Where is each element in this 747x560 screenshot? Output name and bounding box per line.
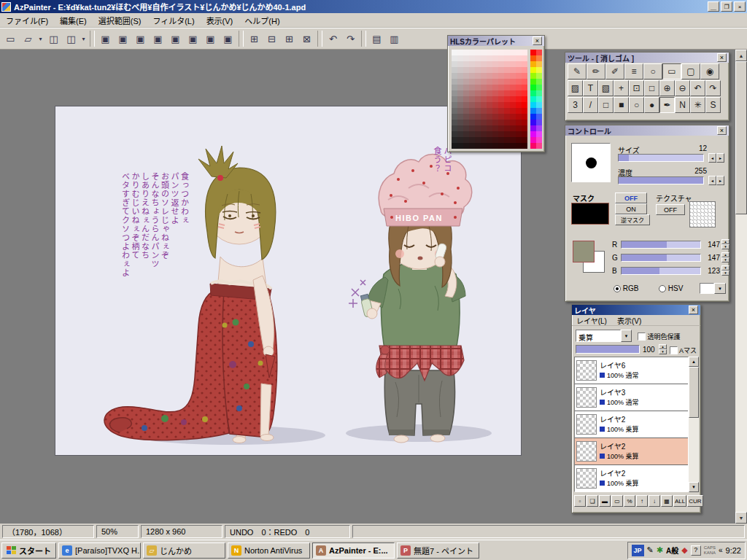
mask-off-button[interactable]: OFF bbox=[615, 192, 647, 203]
palette-cell[interactable] bbox=[492, 67, 498, 73]
airbrush-tool[interactable]: ✐ bbox=[605, 63, 624, 79]
palette-cell[interactable] bbox=[487, 50, 492, 55]
b-up-button[interactable]: ▾ bbox=[721, 265, 729, 271]
toggle-option-window-button[interactable]: ▣ bbox=[202, 31, 219, 47]
palette-cell[interactable] bbox=[492, 61, 498, 67]
palette-cell[interactable] bbox=[487, 85, 492, 90]
star-tool[interactable]: ✳ bbox=[690, 97, 705, 113]
palette-cell[interactable] bbox=[487, 125, 492, 131]
palette-cell[interactable] bbox=[469, 90, 475, 96]
hsv-radio-circle[interactable] bbox=[659, 285, 666, 292]
menu-item-5[interactable]: ヘルプ(H) bbox=[239, 12, 285, 28]
palette-cell[interactable] bbox=[516, 131, 522, 137]
layer-color-indicator[interactable] bbox=[600, 400, 605, 405]
toggle-imageviewer-window-button[interactable]: ▣ bbox=[185, 31, 201, 47]
palette-cell[interactable] bbox=[469, 61, 475, 67]
palette-cell[interactable] bbox=[510, 143, 516, 149]
text-tool[interactable]: T bbox=[583, 80, 598, 96]
palette-cell[interactable] bbox=[487, 61, 492, 67]
palette-cell[interactable] bbox=[492, 120, 498, 125]
palette-cell[interactable] bbox=[457, 55, 463, 61]
palette-cell[interactable] bbox=[481, 102, 487, 108]
new-layer-button[interactable]: ▫ bbox=[574, 495, 586, 507]
palette-cell[interactable] bbox=[481, 90, 487, 96]
hue-cell[interactable] bbox=[530, 143, 536, 149]
blend-mode-select[interactable]: 乗算 bbox=[576, 330, 621, 342]
palette-cell[interactable] bbox=[487, 55, 492, 61]
line-tool[interactable]: / bbox=[583, 97, 598, 113]
grid-half-button[interactable]: ⊟ bbox=[263, 31, 280, 47]
layer-close-button[interactable]: × bbox=[689, 306, 698, 314]
spline-tool[interactable]: S bbox=[705, 97, 721, 113]
pen-input-tray-icon[interactable]: ✎ bbox=[647, 545, 654, 555]
palette-cell[interactable] bbox=[452, 73, 457, 79]
palette-cell[interactable] bbox=[487, 90, 492, 96]
palette-cell[interactable] bbox=[452, 102, 457, 108]
hue-cell[interactable] bbox=[536, 96, 542, 102]
toggle-tool-window-button[interactable]: ▣ bbox=[97, 31, 114, 47]
opacity-slider[interactable] bbox=[576, 345, 640, 354]
hue-cell[interactable] bbox=[530, 96, 536, 102]
palette-cell[interactable] bbox=[475, 85, 481, 90]
palette-cell[interactable] bbox=[522, 120, 527, 125]
palette-cell[interactable] bbox=[510, 114, 516, 120]
tool-close-button[interactable]: × bbox=[717, 53, 727, 62]
palette-cell[interactable] bbox=[492, 55, 498, 61]
hue-cell[interactable] bbox=[536, 73, 542, 79]
layer-row[interactable]: レイヤ2100% 乗算 bbox=[575, 438, 688, 465]
palette-cell[interactable] bbox=[463, 50, 469, 55]
palette-cell[interactable] bbox=[452, 114, 457, 120]
mask-on-button[interactable]: ON bbox=[615, 203, 647, 214]
palette-cell[interactable] bbox=[481, 131, 487, 137]
palette-cell[interactable] bbox=[492, 96, 498, 102]
help-tray-icon[interactable]: ? bbox=[691, 545, 701, 556]
palette-cell[interactable] bbox=[492, 85, 498, 90]
palette-cell[interactable] bbox=[522, 79, 527, 85]
layer-thumbnail[interactable] bbox=[576, 360, 597, 381]
menu-item-1[interactable]: 編集(E) bbox=[54, 12, 93, 28]
save-as-button-dropdown[interactable]: ▾ bbox=[80, 31, 88, 47]
palette-cell[interactable] bbox=[475, 90, 481, 96]
palette-cell[interactable] bbox=[469, 79, 475, 85]
g-down-button[interactable]: ▾ bbox=[721, 257, 729, 262]
hue-cell[interactable] bbox=[530, 79, 536, 85]
rect-tool[interactable]: □ bbox=[598, 97, 614, 113]
palette-cell[interactable] bbox=[498, 108, 504, 114]
palette-cell[interactable] bbox=[475, 137, 481, 143]
palette-cell[interactable] bbox=[492, 102, 498, 108]
palette-cell[interactable] bbox=[510, 55, 516, 61]
palette-cell[interactable] bbox=[504, 55, 510, 61]
new-file-button[interactable]: ▭ bbox=[2, 31, 19, 47]
palette-cell[interactable] bbox=[469, 108, 475, 114]
palette-cell[interactable] bbox=[457, 50, 463, 55]
palette-cell[interactable] bbox=[498, 50, 504, 55]
palette-cell[interactable] bbox=[504, 102, 510, 108]
palette-cell[interactable] bbox=[457, 108, 463, 114]
palette-cell[interactable] bbox=[469, 114, 475, 120]
palette-cell[interactable] bbox=[522, 50, 527, 55]
palette-cell[interactable] bbox=[498, 102, 504, 108]
palette-cell[interactable] bbox=[463, 114, 469, 120]
palette-cell[interactable] bbox=[457, 73, 463, 79]
palette-cell[interactable] bbox=[510, 90, 516, 96]
palette-cell[interactable] bbox=[452, 55, 457, 61]
palette-cell[interactable] bbox=[516, 114, 522, 120]
crayon-tool[interactable]: ≡ bbox=[624, 63, 643, 79]
palette-cell[interactable] bbox=[492, 73, 498, 79]
palette-cell[interactable] bbox=[510, 125, 516, 131]
hue-cell[interactable] bbox=[536, 85, 542, 90]
hue-cell[interactable] bbox=[536, 61, 542, 67]
palette-cell[interactable] bbox=[504, 50, 510, 55]
fill-rect-tool[interactable]: ■ bbox=[614, 97, 629, 113]
palette-cell[interactable] bbox=[516, 143, 522, 149]
menu-item-4[interactable]: 表示(V) bbox=[201, 12, 239, 28]
layer-menu-view[interactable]: 表示(V) bbox=[613, 314, 646, 327]
hue-cell[interactable] bbox=[530, 114, 536, 120]
palette-cell[interactable] bbox=[475, 50, 481, 55]
toggle-palette-window-button[interactable]: ▣ bbox=[150, 31, 166, 47]
pencil-tool[interactable]: ✎ bbox=[568, 63, 587, 79]
palette-cell[interactable] bbox=[469, 120, 475, 125]
palette-cell[interactable] bbox=[463, 61, 469, 67]
palette-cell[interactable] bbox=[457, 61, 463, 67]
task-button-1[interactable]: ▱じんかめ bbox=[143, 542, 225, 559]
